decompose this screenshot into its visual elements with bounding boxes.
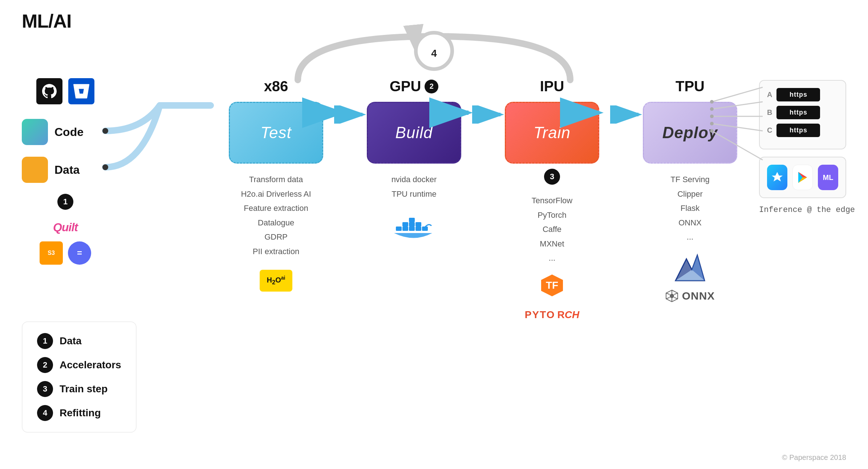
pachyderm-icon: = [68, 241, 91, 265]
legend-item-1: 1 Data [37, 333, 121, 349]
svg-text:4: 4 [431, 48, 437, 59]
legend-label-2: Accelerators [60, 359, 121, 371]
code-item: Code [22, 119, 109, 145]
legend-badge-3: 3 [37, 381, 53, 397]
input-items: Code Data [22, 119, 109, 183]
build-box: Build [367, 102, 461, 164]
legend-item-2: 2 Accelerators [37, 357, 121, 373]
svg-rect-24 [409, 218, 415, 222]
pytorch-logo: PYTO RCH [525, 309, 579, 321]
train-step-badge: 3 [544, 169, 560, 185]
legend-item-3: 3 Train step [37, 381, 121, 397]
svg-rect-25 [409, 222, 415, 227]
train-stage-label: IPU [540, 78, 564, 95]
tensorflow-logo: TF [538, 273, 567, 303]
data-label: Data [54, 163, 80, 177]
svg-rect-26 [409, 227, 415, 231]
svg-rect-22 [402, 222, 408, 227]
input-badge: 1 [57, 194, 73, 210]
svg-point-41 [670, 294, 674, 298]
data-icon [22, 157, 48, 183]
data-item: Data [22, 157, 109, 183]
h2o-logo: H2Oai [260, 270, 292, 292]
build-stage: GPU 2 Build nvida dockerTPU runtime [367, 78, 461, 246]
endpoint-a: A https [767, 88, 838, 101]
google-play-icon [792, 165, 813, 190]
quilt-logo: Quilt [53, 221, 78, 234]
legend-label-4: Refitting [60, 407, 101, 419]
legend-label-1: Data [60, 335, 82, 347]
s3-icon: S3 [40, 241, 63, 265]
svg-line-46 [674, 293, 678, 294]
endpoints-box: A https B https C https [759, 80, 846, 149]
https-badge-b: https [776, 106, 820, 119]
https-badge-c: https [776, 124, 820, 137]
code-icon [22, 119, 48, 145]
onnx-logo: ONNX [665, 289, 715, 302]
train-box: Train [505, 102, 599, 164]
deploy-desc: TF ServingClipperFlaskONNX... [670, 172, 710, 244]
github-icon [36, 78, 62, 104]
gpu-badge: 2 [425, 80, 438, 93]
vcs-icons [36, 78, 94, 104]
deploy-box: Deploy [643, 102, 737, 164]
arrow-1 [334, 105, 367, 125]
train-desc: TensorFlowPyTorchCaffeMXNet... [532, 193, 572, 265]
svg-line-44 [666, 293, 670, 294]
page-title: ML/AI [22, 10, 72, 32]
bitbucket-icon [68, 78, 94, 104]
ml-icon: ML [818, 165, 838, 190]
train-stage: IPU Train 3 TensorFlowPyTorchCaffeMXNet.… [505, 78, 599, 321]
clipper-logo [668, 252, 712, 286]
svg-rect-21 [396, 227, 402, 231]
docker-logo [392, 212, 436, 246]
app-store-icon [767, 165, 787, 190]
svg-rect-28 [415, 227, 421, 231]
deploy-stage: TPU Deploy TF ServingClipperFlaskONNX... [643, 78, 737, 302]
build-desc: nvida dockerTPU runtime [392, 172, 437, 201]
data-source-icons: S3 = [40, 241, 91, 265]
test-stage-label: x86 [264, 78, 288, 95]
deploy-stage-label: TPU [676, 78, 705, 95]
arrow-3 [610, 105, 643, 125]
test-desc: Transform dataH2o.ai Driverless AIFeatur… [241, 172, 311, 259]
svg-rect-27 [415, 222, 421, 227]
legend-label-3: Train step [60, 383, 108, 395]
output-section: A https B https C https [759, 80, 855, 215]
legend-item-4: 4 Refitting [37, 405, 121, 421]
inference-text: Inference @ the edge [759, 205, 855, 215]
test-box: Test [229, 102, 323, 164]
legend-badge-1: 1 [37, 333, 53, 349]
code-label: Code [54, 125, 84, 139]
test-stage: x86 Test Transform dataH2o.ai Driverless… [229, 78, 323, 292]
svg-line-45 [674, 297, 678, 299]
svg-point-0 [416, 33, 452, 69]
endpoint-c: C https [767, 124, 838, 137]
svg-rect-23 [402, 227, 408, 231]
legend-badge-2: 2 [37, 357, 53, 373]
app-icons-box: ML [759, 157, 846, 198]
arrow-2 [472, 105, 505, 125]
build-stage-label: GPU 2 [390, 78, 439, 95]
svg-line-47 [666, 297, 670, 299]
endpoint-b: B https [767, 106, 838, 119]
svg-text:TF: TF [546, 280, 558, 291]
legend-badge-4: 4 [37, 405, 53, 421]
legend: 1 Data 2 Accelerators 3 Train step 4 Ref… [22, 321, 137, 433]
https-badge-a: https [776, 88, 820, 101]
footer: © Paperspace 2018 [782, 453, 846, 462]
